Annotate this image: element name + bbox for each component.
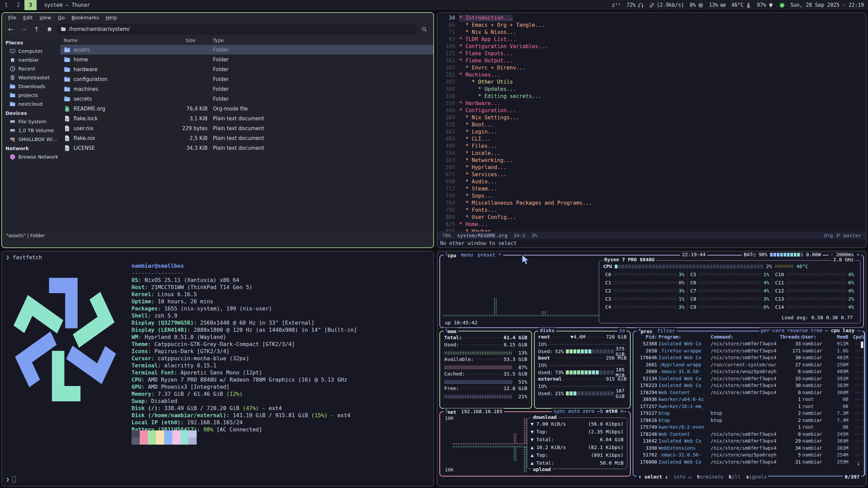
sidebar-item-wastebasket[interactable]: Wastebasket [2,73,60,82]
sidebar-item-downloads[interactable]: Downloads [2,82,60,91]
file-row-README.org[interactable]: README.org76,4 KiBOrg-mode file [60,104,433,114]
file-row-hardware[interactable]: hardwareFolder [60,64,433,74]
tree-button[interactable]: tree [811,328,823,333]
auto-button[interactable]: auto [568,408,580,414]
prompt-line: ❯ fastfetch [6,254,42,261]
proc-row-178616[interactable]: 178616btopbtop2nambiar7.4M0.0 [636,417,862,424]
menu-view[interactable]: View [37,14,54,21]
sidebar-item-file-system[interactable]: File System [2,117,60,126]
iface-next-button[interactable]: n→ [620,408,626,414]
back-button[interactable]: ← [5,24,16,34]
proc-header-0[interactable]: Pid: [636,334,657,340]
io-mode-button[interactable]: io [617,328,627,333]
proc-row-176646[interactable]: 176646Isolated Web Co/nix/store/sm8fmrf3… [636,354,862,361]
forward-button[interactable]: → [18,24,29,34]
workspace-3[interactable]: 3 [24,0,37,10]
iface-prev-button[interactable]: ←b [597,408,603,414]
sidebar-item-computer[interactable]: Computer [2,47,60,56]
sidebar-item-smallbox-wi-[interactable]: SMALLBOX Wi... [2,135,60,144]
reverse-button[interactable]: reverse [787,328,808,333]
file-row-machines[interactable]: machinesFolder [60,84,433,94]
column-header-type[interactable]: Type [210,36,433,45]
proc-row-178248[interactable]: 178248Web Content/nix/store/sm8fmrf3wps4… [636,431,862,438]
menu-button[interactable]: menu [461,252,473,258]
file-row-flake.lock[interactable]: flake.lock3,1 KiBPlain text document [60,114,433,123]
battery-meter: BAT○ 98% 0.00W [742,252,823,257]
shell-prompt[interactable]: ❯ [6,476,16,483]
proc-row-51762[interactable]: 51762.emacs-31.0.50-/nix/store/wnqz5pa8r… [636,451,862,459]
terminal-color-palette [132,430,197,445]
proc-row-52134[interactable]: 52134Isolated Web Co/nix/store/sm8fmrf3w… [636,375,862,382]
interval-minus-button[interactable]: - [830,252,833,257]
path-field[interactable]: /home/nambiar/system/ [57,24,416,34]
menu-file[interactable]: File [5,14,19,21]
search-button[interactable] [418,24,430,34]
file-row-home[interactable]: homeFolder [60,55,433,64]
proc-footer-signals[interactable]: signals [746,474,767,480]
sync-button[interactable]: sync [553,408,565,414]
proc-row-3390[interactable]: 3390WebExtensions/nix/store/sm8fmrf3wps4… [636,445,862,452]
interval-plus-button[interactable]: + [856,252,860,257]
cpu-core-panel: Ryzen 7 PRO 8840U 2.8 GHz CPU 2% 46°C C0… [599,260,861,323]
proc-footer-select[interactable]: ↑ select ↓ [638,474,668,480]
proc-header-4[interactable]: User: [802,334,829,340]
sidebar-item-nambiar[interactable]: nambiar [2,56,60,64]
list-header[interactable]: NameSizeType [60,36,433,45]
workspace-1[interactable]: 1 [0,0,12,10]
proc-row-176223[interactable]: 176223Isolated Web Co/nix/store/sm8fmrf3… [636,382,862,389]
sort-next-button[interactable]: → [857,328,860,333]
proc-row-175749[interactable]: 175749kworker/6:2-even1root0B0.0 [636,424,862,431]
proc-footer-info[interactable]: info ↵ [673,474,691,480]
proc-header-1[interactable]: Program: [658,334,709,340]
file-row-LICENSE[interactable]: LICENSE34,3 KiBPlain text document [60,143,433,153]
menu-help[interactable]: Help [103,14,120,21]
file-row-assets[interactable]: assetsFolder [60,45,433,55]
proc-footer-kill[interactable]: kill [729,474,741,480]
zero-button[interactable]: zero [583,408,594,414]
column-header-name[interactable]: Name [60,36,182,45]
file-row-user.nix[interactable]: user.nix229 bytesPlain text document [60,123,433,133]
proc-header-5[interactable]: MemB [831,334,848,340]
sidebar-item-browse-network[interactable]: Browse Network [2,152,60,161]
proc-row-13642[interactable]: 13642Isolated Web Co/nix/store/sm8fmrf3w… [636,438,862,445]
column-header-size[interactable]: Size [182,36,210,45]
workspace-2[interactable]: 2 [12,0,24,10]
menu-go[interactable]: Go [55,14,67,21]
proc-row-52368[interactable]: 52368Isolated Web Co/nix/store/sm8fmrf3w… [636,340,862,347]
org-heading-line: 809* User Config... [439,214,866,221]
proc-scrollbar[interactable] [861,342,863,348]
sidebar-item-recent[interactable]: Recent [2,64,60,73]
proc-footer-terminate[interactable]: terminate [697,474,724,480]
terminal-window[interactable]: ❯ fastfetch nambiar@smallbox------------… [1,251,434,487]
home-button[interactable] [44,24,55,34]
menu-bookmarks[interactable]: Bookmarks [69,14,102,21]
menu-edit[interactable]: Edit [20,14,35,21]
sidebar-item-projects[interactable]: projects [2,91,60,100]
org-heading-line: 109* Configuration Variables... [439,43,866,50]
net-controls: sync auto zero ←b eth0 n→ [552,408,628,414]
sort-prev-button[interactable]: ← [825,328,828,333]
per-core-button[interactable]: per-core [761,328,785,333]
iface-name: eth0 [606,408,618,414]
proc-row-38936[interactable]: 38936kworker/u64:6-kc1root0B0.0 [636,396,862,403]
mem-graph: 21% [444,393,527,400]
sidebar-item-1-0-tb-volume[interactable]: 1,0 TB Volume [2,126,60,135]
proc-header-2[interactable]: Command: [711,334,778,340]
file-row-configuration[interactable]: configurationFolder [60,74,433,84]
preset-button[interactable]: preset * [478,252,501,258]
emacs-buffer[interactable]: 34* Introduction...65* Emacs + Org + Tan… [437,13,866,231]
proc-row-178294[interactable]: 178294Web Content/nix/store/sm8fmrf3wps4… [636,389,862,396]
proc-row-2660[interactable]: 2660.emacs-31.0.50-/nix/store/wnqz5pa8ra… [636,368,862,375]
up-button[interactable]: ↑ [31,24,42,34]
proc-row-2658[interactable]: 2658.firefox-wrappe/nix/store/sm8fmrf3wp… [636,347,862,354]
proc-row-2601[interactable]: 2601.Hyprland-wrapp/run/current-system/s… [636,361,862,368]
filter-button[interactable]: filter [657,328,675,333]
proc-header-3[interactable]: Threads: [780,334,801,340]
proc-row-179127[interactable]: 179127btopbtop2nambiar7.3M0.0 [636,410,862,417]
proc-header-6[interactable]: Cpu% ↑ [850,334,867,340]
proc-row-176000[interactable]: 176000Isolated Web Co/nix/store/sm8fmrf3… [636,459,862,466]
file-row-secrets[interactable]: secretsFolder [60,94,433,104]
proc-row-177257[interactable]: 177257kworker/10:1-mm_1root0B0.0 [636,403,862,410]
file-row-flake.nix[interactable]: flake.nix2,5 KiBPlain text document [60,133,433,143]
sidebar-item-nextcloud[interactable]: nextcloud [2,100,60,108]
